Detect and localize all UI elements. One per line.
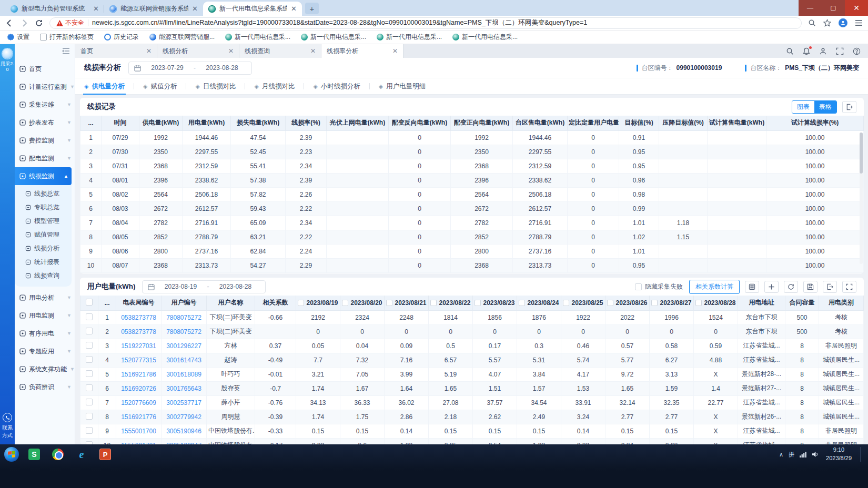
- sidebar-item-抄表发布[interactable]: 抄表发布▼: [15, 114, 75, 131]
- table-row[interactable]: 207/3023502297.5552.452.23023502297.5500…: [80, 145, 864, 159]
- date-checkbox[interactable]: [563, 300, 569, 306]
- correlation-calc-button[interactable]: 相关系数计算: [689, 280, 740, 294]
- table-row[interactable]: 808/0528522788.7963.212.22028522788.7901…: [80, 230, 864, 244]
- tab-close-icon[interactable]: ✕: [310, 47, 316, 55]
- taskbar-app-wps-icon[interactable]: S: [26, 447, 43, 462]
- taskbar-app-ppt-icon[interactable]: P: [97, 447, 114, 462]
- tray-expand-icon[interactable]: ∧: [779, 451, 783, 458]
- row-checkbox[interactable]: [86, 427, 93, 434]
- column-settings-icon[interactable]: [745, 281, 759, 293]
- refresh-icon[interactable]: [35, 19, 43, 27]
- toggle-chart-button[interactable]: 图表: [792, 101, 814, 113]
- bookmark-star-icon[interactable]: [823, 19, 831, 27]
- sidebar-item-配电监测[interactable]: 配电监测▼: [15, 149, 75, 167]
- meter-no-link[interactable]: 1516921786: [116, 367, 162, 381]
- maximize-button[interactable]: ▢: [822, 0, 845, 16]
- volume-icon[interactable]: [812, 451, 819, 458]
- tab-close-icon[interactable]: ✕: [392, 47, 398, 55]
- table-row[interactable]: 515169217863001618089叶巧巧-0.013.217.053.9…: [80, 367, 864, 381]
- user-date-range-picker[interactable]: 2023-08-19 - 2023-08-28: [142, 280, 266, 293]
- row-checkbox[interactable]: [86, 370, 93, 377]
- user-no-link[interactable]: 3005190946: [162, 424, 207, 438]
- meter-no-link[interactable]: 1555001700: [116, 424, 162, 438]
- sidebar-item-有序用电[interactable]: 有序用电▼: [15, 324, 75, 342]
- add-icon[interactable]: [764, 281, 779, 293]
- taskbar-app-chrome-icon[interactable]: [49, 447, 66, 462]
- browser-tab[interactable]: 新一代用电信息采集系统✕: [203, 2, 302, 16]
- row-checkbox[interactable]: [86, 399, 93, 405]
- sidebar-item-用电分析[interactable]: 用电分析▼: [15, 289, 75, 307]
- sidebar-item-负荷辨识[interactable]: 负荷辨识▼: [15, 378, 75, 396]
- user-icon[interactable]: [819, 47, 827, 55]
- refresh-icon[interactable]: [784, 281, 798, 293]
- meter-no-link[interactable]: 0538273778: [116, 310, 162, 324]
- fullscreen-icon[interactable]: [836, 47, 844, 55]
- meter-no-link[interactable]: 1516921776: [116, 410, 162, 424]
- table-row[interactable]: 415207773153001614743赵涛-0.497.77.327.166…: [80, 353, 864, 367]
- submenu-item-线损总览[interactable]: 线损总览: [15, 187, 72, 200]
- sidebar-item-线损监测[interactable]: 线损监测▲: [15, 167, 72, 185]
- date-checkbox[interactable]: [386, 300, 392, 306]
- browser-tab[interactable]: 新型电力负荷管理系统✕: [5, 2, 104, 16]
- date-checkbox[interactable]: [519, 300, 525, 306]
- workspace-tab-线损率分析[interactable]: 线损率分析✕: [321, 44, 403, 58]
- subtab-赋值分析[interactable]: ◈赋值分析: [143, 78, 177, 95]
- subtab-供电量分析[interactable]: ◈供电量分析: [84, 78, 125, 95]
- subtab-小时线损分析[interactable]: ◈小时线损分析: [313, 78, 360, 95]
- address-bar[interactable]: 不安全 neweic.js.sgcc.com.cn/#/llm/line/Lin…: [49, 17, 802, 29]
- table-row[interactable]: 708/0427822716.9165.092.34027822716.9101…: [80, 216, 864, 230]
- sidebar-item-系统支撑功能[interactable]: 系统支撑功能▼: [15, 360, 75, 378]
- start-button[interactable]: [4, 447, 19, 462]
- submenu-item-线损查询[interactable]: 线损查询: [15, 269, 72, 282]
- user-date-start[interactable]: 2023-08-19: [157, 283, 205, 290]
- user-no-link[interactable]: 3001614743: [162, 353, 207, 367]
- user-no-link[interactable]: 3002537717: [162, 395, 207, 410]
- profile-avatar-icon[interactable]: [839, 18, 847, 27]
- search-zoom-icon[interactable]: [808, 19, 816, 27]
- submenu-item-赋值管理[interactable]: 赋值管理: [15, 228, 72, 241]
- sidebar-item-专题应用[interactable]: 专题应用▼: [15, 342, 75, 360]
- collapse-sidebar-icon[interactable]: [62, 48, 70, 54]
- table-row[interactable]: 815169217763002779942周明慧-0.391.741.752.8…: [80, 410, 864, 424]
- bookmark-item[interactable]: 新一代用电信息采...: [301, 33, 366, 42]
- fullscreen-icon[interactable]: [842, 281, 856, 293]
- bookmark-item[interactable]: 打开新的标签页: [40, 33, 94, 42]
- table-row[interactable]: 315192270313001296227方林0.370.050.040.090…: [80, 339, 864, 353]
- checkbox-icon[interactable]: [635, 283, 642, 290]
- meter-no-link[interactable]: 1519227031: [116, 339, 162, 353]
- date-checkbox[interactable]: [651, 300, 658, 306]
- user-no-link[interactable]: 3001765643: [162, 381, 207, 395]
- date-checkbox[interactable]: [430, 300, 437, 306]
- tab-close-icon[interactable]: ✕: [146, 47, 152, 55]
- table-scrollbar[interactable]: [860, 133, 863, 264]
- sidebar-item-首页[interactable]: 首页: [15, 60, 75, 78]
- new-tab-button[interactable]: +: [305, 3, 319, 14]
- help-icon[interactable]: [853, 47, 861, 55]
- user-no-link[interactable]: 7808075272: [162, 310, 207, 324]
- user-date-end[interactable]: 2023-08-28: [211, 283, 260, 290]
- tab-close-icon[interactable]: ✕: [93, 5, 99, 13]
- ime-indicator[interactable]: 拼: [789, 451, 794, 459]
- table-row[interactable]: 608/0326722612.5759.432.22026722612.5700…: [80, 201, 864, 216]
- bookmark-item[interactable]: 历史记录: [104, 33, 139, 42]
- row-checkbox[interactable]: [86, 356, 93, 363]
- submenu-item-统计报表[interactable]: 统计报表: [15, 255, 72, 269]
- table-row[interactable]: 307/3123682312.5955.412.34023682312.5900…: [80, 159, 864, 173]
- sidebar-item-费控监测[interactable]: 费控监测▼: [15, 131, 75, 149]
- table-row[interactable]: 908/0628002737.1662.842.24028002737.1601…: [80, 244, 864, 258]
- forward-icon[interactable]: [20, 19, 28, 27]
- row-checkbox[interactable]: [86, 328, 93, 334]
- table-row[interactable]: 508/0225642506.1857.822.26025642506.1800…: [80, 187, 864, 201]
- row-checkbox[interactable]: [86, 384, 93, 391]
- browser-tab[interactable]: 能源互联网营销服务系统✕: [104, 2, 203, 16]
- bookmark-item[interactable]: 新一代用电信息采...: [225, 33, 290, 42]
- search-icon[interactable]: [786, 47, 794, 55]
- bookmark-item[interactable]: 设置: [7, 33, 29, 42]
- workspace-tab-线损查询[interactable]: 线损查询✕: [239, 44, 321, 58]
- tab-close-icon[interactable]: ✕: [291, 5, 297, 13]
- user-no-link[interactable]: 3002779942: [162, 410, 207, 424]
- bookmark-item[interactable]: 新一代用电信息采...: [452, 33, 518, 42]
- network-icon[interactable]: [800, 452, 806, 458]
- taskbar-clock[interactable]: 9:10 2023/8/29: [826, 446, 852, 463]
- table-row[interactable]: 105382737787808075272下坝(二)环美变-0.66219223…: [80, 310, 864, 324]
